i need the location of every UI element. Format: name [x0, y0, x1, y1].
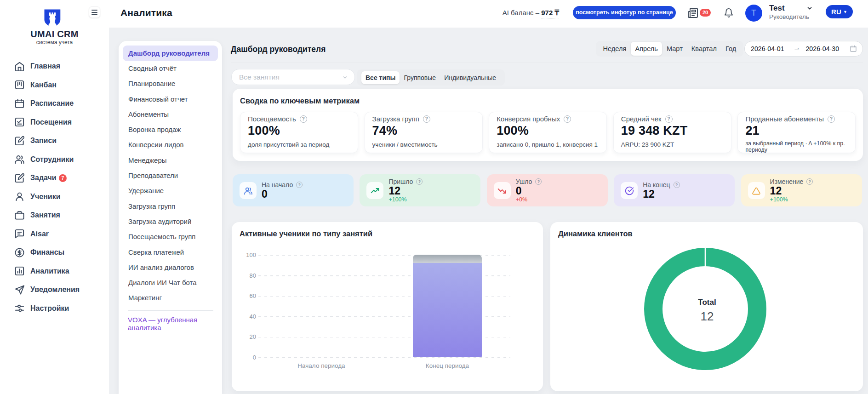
svg-text:12: 12	[701, 309, 714, 323]
svg-text:Total: Total	[698, 298, 716, 307]
